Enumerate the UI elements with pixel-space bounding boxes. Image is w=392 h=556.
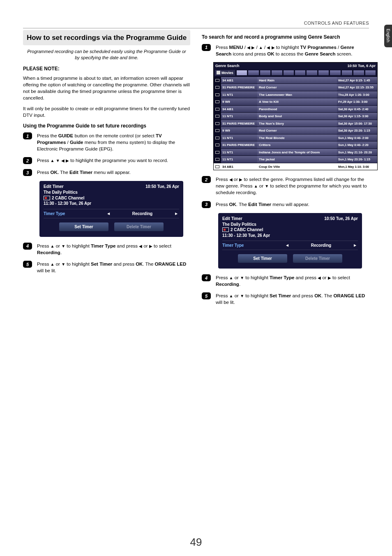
time-cell: Sat,30 Apr 0:45- 2:40 [337, 106, 377, 113]
panel-title: Genre Search [215, 64, 240, 68]
tv-icon [214, 98, 221, 105]
channel-cell: 34 AB1 [221, 106, 257, 113]
channel-cell: 11 NT1 [221, 156, 257, 163]
delete-timer-button[interactable]: Delete Timer [114, 222, 164, 231]
title-cell: Parenthood [257, 106, 337, 113]
genre-row[interactable]: 9 W9Red CornerSat,30 Apr 23:20- 1:15 [214, 127, 377, 134]
tv-icon [214, 120, 221, 127]
please-note: PLEASE NOTE: [23, 66, 190, 72]
down-icon: ▼ [240, 276, 244, 280]
tv-icon [214, 149, 221, 156]
time-cell: Sat,30 Apr 1:15- 3:00 [337, 113, 377, 120]
tv-icon [214, 106, 221, 113]
left-column: How to set recordings via the Programme … [23, 30, 190, 310]
step-3: 3 Press OK. The Edit Timer menu will app… [23, 169, 190, 176]
up-icon: ▲ [51, 262, 55, 266]
tv-icon [214, 163, 221, 170]
step-text: Press ▲ or ▼ to highlight Timer Type and… [216, 274, 369, 287]
time-cell: Sat,30 Apr 23:20- 1:15 [337, 127, 377, 134]
genre-row[interactable]: 34 AB1Coup De VilleMon,1 May 1:10- 3:00 [214, 163, 377, 170]
title-cell: The Real Blonde [257, 134, 337, 141]
panel-title: Edit Timer [44, 184, 64, 189]
left-arrow-icon[interactable]: ◀ [284, 243, 290, 247]
time-cell: Sat,30 Apr 15:00- 17:30 [337, 120, 377, 127]
tv-icon [214, 141, 221, 148]
genre-category[interactable]: Movies [215, 70, 235, 76]
down-icon: ▼ [61, 244, 65, 248]
step-2: 2 Press ◀ or ▶ to select the genre. Prog… [202, 176, 369, 196]
time-cell: Thu,28 Apr 1:20- 3:00 [337, 91, 377, 98]
genre-tiles[interactable] [236, 70, 376, 76]
step-badge: 4 [23, 243, 32, 250]
step-text: Press OK. The Edit Timer menu will appea… [37, 169, 190, 176]
right-arrow-icon[interactable]: ▶ [173, 212, 179, 215]
step-badge: 3 [23, 169, 32, 176]
channel-cell: 11 NT1 [221, 149, 257, 156]
step-text: Press ▲ or ▼ to highlight Timer Type and… [37, 243, 190, 256]
down-icon: ▼ [61, 262, 65, 266]
step-text: Press ▲ or ▼ to highlight Set Timer and … [37, 261, 190, 274]
right-column: To search for and record a programme usi… [202, 30, 369, 310]
step-3: 3 Press OK. The Edit Timer menu will app… [202, 201, 369, 208]
step-badge: 3 [202, 201, 211, 208]
set-timer-button[interactable]: Set Timer [59, 222, 108, 231]
genre-row[interactable]: 11 NT1The Lawnmower ManThu,28 Apr 1:20- … [214, 91, 377, 98]
step-2: 2 Press ▲ ▼ ◀ ▶ to highlight the program… [23, 157, 190, 164]
set-timer-button[interactable]: Set Timer [238, 254, 287, 263]
channel-cell: 34 AB1 [221, 77, 257, 84]
panel-datetime: 10:50 Tue, 26 Apr [145, 184, 179, 189]
step-badge: 5 [202, 292, 211, 299]
up-icon: ▲ [259, 46, 263, 50]
genre-row[interactable]: 31 PARIS PREMIERERed CornerWed,27 Apr 22… [214, 83, 377, 91]
step-5: 5 Press ▲ or ▼ to highlight Set Timer an… [23, 261, 190, 274]
right-icon: ▶ [149, 244, 152, 248]
right-arrow-icon[interactable]: ▶ [352, 243, 358, 247]
title-cell: A Vow to Kill [257, 98, 337, 105]
title-cell: The Nun's Story [257, 120, 337, 127]
genre-row[interactable]: 11 NT1The Real BlondeSun,1 May 0:40- 2:0… [214, 134, 377, 141]
time-slot: 11:30 - 12:30 Tue, 26 Apr [222, 233, 358, 239]
up-icon: ▲ [254, 184, 258, 188]
channel-cell: 9 W9 [221, 127, 257, 134]
genre-row[interactable]: 11 NT1Body and SoulSat,30 Apr 1:15- 3:00 [214, 112, 377, 120]
step-badge: 4 [202, 274, 211, 281]
step-text: Press ▲ or ▼ to highlight Set Timer and … [216, 292, 369, 306]
title-cell: Coup De Ville [257, 163, 337, 170]
subheading: Using the Programme Guide to set future … [23, 123, 190, 130]
genre-row[interactable]: 31 PARIS PREMIERECrittersSun,1 May 0:40-… [214, 141, 377, 148]
note-para-2: It will only be possible to create or ed… [23, 105, 190, 118]
down-icon: ▼ [240, 294, 244, 298]
channel-cell: 31 PARIS PREMIERE [221, 84, 257, 91]
channel-icon [222, 227, 229, 232]
time-slot: 11:30 - 12:30 Tue, 26 Apr [44, 201, 179, 206]
genre-row[interactable]: 11 NT1Indiana Jones and the Temple of Do… [214, 148, 377, 156]
tv-icon [214, 127, 221, 134]
left-icon: ◀ [61, 159, 65, 163]
channel-cell: 31 PARIS PREMIERE [221, 141, 257, 148]
edit-timer-panel: Edit Timer 10:50 Tue, 26 Apr The Daily P… [218, 213, 362, 269]
delete-timer-button[interactable]: Delete Timer [293, 254, 342, 263]
right-icon: ▶ [66, 159, 69, 163]
header-rule [23, 28, 369, 28]
note-para-1: When a timed programme is about to start… [23, 75, 190, 101]
header-section: CONTROLS AND FEATURES [23, 21, 369, 25]
step-text: Press ▲ ▼ ◀ ▶ to highlight the programme… [37, 157, 190, 164]
title-cell: Hard Rain [257, 77, 337, 84]
step-5: 5 Press ▲ or ▼ to highlight Set Timer an… [202, 292, 369, 306]
left-arrow-icon[interactable]: ◀ [106, 212, 111, 215]
title-cell: Critters [257, 141, 337, 148]
intro-text: Programmed recording can be scheduled ea… [23, 49, 190, 61]
panel-datetime: 10:50 Tue, 26 Apr [324, 216, 358, 221]
genre-row[interactable]: 34 AB1ParenthoodSat,30 Apr 0:45- 2:40 [214, 105, 377, 113]
left-icon: ◀ [267, 46, 270, 50]
right-icon: ▶ [328, 276, 331, 280]
down-icon: ▼ [265, 184, 269, 188]
time-cell: Sun,1 May 21:10- 23:20 [337, 149, 377, 156]
down-icon: ▼ [56, 159, 60, 163]
genre-row[interactable]: 11 NT1The jackalSun,1 May 23:20- 1:15 [214, 155, 377, 163]
genre-row[interactable]: 9 W9A Vow to KillFri,29 Apr 1:30- 3:00 [214, 98, 377, 105]
genre-row[interactable]: 34 AB1Hard RainWed,27 Apr 0:15- 1:45 [214, 76, 377, 84]
genre-row[interactable]: 31 PARIS PREMIEREThe Nun's StorySat,30 A… [214, 120, 377, 127]
timer-type-value: Recording [111, 209, 173, 218]
timer-type-label: Timer Type [44, 209, 106, 218]
